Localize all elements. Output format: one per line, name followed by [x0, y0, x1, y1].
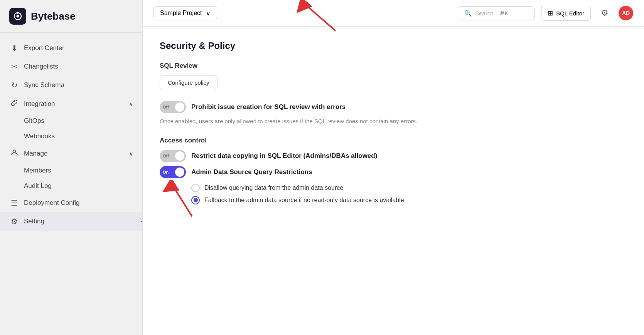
project-selector[interactable]: Sample Project ∨ [153, 6, 217, 20]
prohibit-description: Once enabled, users are only allowed to … [160, 117, 507, 126]
project-chevron-icon: ∨ [206, 10, 211, 17]
prohibit-toggle-row: Off Prohibit issue creation for SQL revi… [160, 101, 627, 113]
sidebar-label-deployment-config: Deployment Config [24, 199, 80, 207]
sidebar-label-export-center: Export Center [24, 44, 64, 52]
avatar-initials: AD [622, 10, 630, 16]
sidebar-item-sync-schema[interactable]: ↻ Sync Schema [0, 76, 142, 94]
user-avatar[interactable]: AD [619, 6, 633, 20]
search-bar[interactable]: 🔍 Search ⌘K [458, 6, 535, 20]
admin-toggle-text: Admin Data Source Query Restrictions [191, 168, 312, 176]
sql-editor-label: SQL Editor [556, 10, 584, 17]
prohibit-toggle-label: Off [163, 105, 169, 109]
sidebar-label-changelists: Changelists [24, 63, 58, 70]
radio-option-disallow[interactable]: Disallow querying data from the admin da… [160, 184, 627, 192]
sidebar-label-members: Members [24, 167, 51, 174]
download-icon: ⬇ [9, 44, 19, 53]
sidebar-label-webhooks: Webhooks [24, 132, 55, 140]
terminal-icon: ⊞ [548, 9, 553, 17]
link-icon [9, 99, 19, 109]
settings-gear-button[interactable]: ⚙ [597, 5, 612, 21]
logo-icon [9, 8, 26, 25]
content-area: Security & Policy SQL Review Configure p… [143, 27, 644, 335]
sidebar-label-setting: Setting [24, 218, 44, 225]
logo-area: Bytebase [0, 0, 142, 33]
page-title: Security & Policy [160, 40, 627, 51]
sidebar-label-manage: Manage [24, 150, 47, 157]
radio-option-fallback[interactable]: Fallback to the admin data source if no … [160, 196, 627, 204]
radio-fallback-label: Fallback to the admin data source if no … [204, 197, 404, 204]
restrict-toggle-text: Restrict data copying in SQL Editor (Adm… [191, 152, 377, 160]
search-placeholder: Search [475, 10, 494, 17]
sidebar-item-gitops[interactable]: GitOps [0, 113, 142, 129]
radio-fallback[interactable] [191, 196, 200, 204]
sync-icon: ↻ [9, 80, 19, 90]
sql-editor-button[interactable]: ⊞ SQL Editor [541, 6, 591, 21]
sidebar-item-export-center[interactable]: ⬇ Export Center [0, 39, 142, 57]
sidebar-label-integration: Integration [24, 100, 55, 108]
sidebar-item-integration[interactable]: Integration ∨ [0, 94, 142, 113]
restrict-toggle-row: Off Restrict data copying in SQL Editor … [160, 150, 627, 162]
prohibit-toggle-text: Prohibit issue creation for SQL review w… [191, 103, 346, 111]
manage-icon [9, 149, 19, 158]
prohibit-toggle[interactable]: Off [160, 101, 186, 113]
radio-disallow[interactable] [191, 184, 200, 192]
sql-review-section-title: SQL Review [160, 62, 627, 70]
svg-rect-3 [17, 12, 19, 14]
access-control-title: Access control [160, 137, 627, 144]
svg-point-2 [17, 15, 19, 18]
access-control-section: Access control Off Restrict data copying… [160, 137, 627, 204]
radio-disallow-label: Disallow querying data from the admin da… [204, 184, 343, 191]
admin-toggle-wrapper: On Admin Data Source Query Restrictions [160, 166, 627, 178]
configure-policy-button[interactable]: Configure policy [160, 75, 217, 90]
sidebar: Bytebase ⬇ Export Center ✂ Changelists ↻… [0, 0, 143, 335]
project-name: Sample Project [160, 10, 202, 17]
setting-icon: ⚙ [9, 217, 19, 226]
sidebar-item-webhooks[interactable]: Webhooks [0, 129, 142, 144]
search-icon: 🔍 [464, 10, 472, 17]
admin-toggle-label: On [163, 170, 169, 174]
sidebar-item-manage[interactable]: Manage ∨ [0, 144, 142, 163]
admin-toggle[interactable]: On [160, 166, 186, 178]
sidebar-item-changelists[interactable]: ✂ Changelists [0, 57, 142, 76]
header: Sample Project ∨ 🔍 Search ⌘K ⊞ SQL Edito… [143, 0, 644, 27]
chevron-down-icon-manage: ∨ [129, 151, 133, 157]
chevron-down-icon: ∨ [129, 101, 133, 107]
app-name: Bytebase [31, 10, 76, 22]
admin-toggle-row: On Admin Data Source Query Restrictions [160, 166, 627, 178]
sidebar-label-gitops: GitOps [24, 117, 44, 125]
sidebar-item-deployment-config[interactable]: ☰ Deployment Config [0, 194, 142, 212]
sidebar-label-sync-schema: Sync Schema [24, 81, 64, 89]
sidebar-item-audit-log[interactable]: Audit Log [0, 178, 142, 194]
deployment-icon: ☰ [9, 198, 19, 208]
sidebar-label-audit-log: Audit Log [24, 182, 52, 190]
sidebar-item-members[interactable]: Members [0, 163, 142, 178]
restrict-toggle-label: Off [163, 154, 169, 158]
sidebar-nav: ⬇ Export Center ✂ Changelists ↻ Sync Sch… [0, 33, 142, 335]
svg-point-4 [13, 150, 16, 153]
sidebar-item-setting[interactable]: ⚙ Setting [0, 212, 142, 231]
changelists-icon: ✂ [9, 62, 19, 71]
main-content: Sample Project ∨ 🔍 Search ⌘K ⊞ SQL Edito… [143, 0, 644, 335]
search-shortcut: ⌘K [500, 10, 508, 16]
restrict-toggle[interactable]: Off [160, 150, 186, 162]
